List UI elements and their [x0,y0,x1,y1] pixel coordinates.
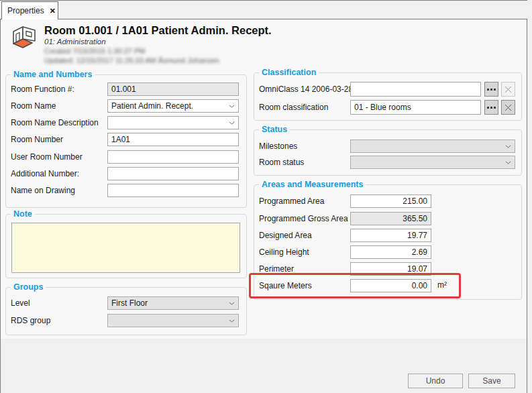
x-icon [504,85,513,94]
room-number-label: Room Number [11,135,63,144]
designed-area-input[interactable] [350,229,431,242]
room-name-value: Patient Admin. Recept. [111,101,193,111]
room-function-label: Room Function #: [11,85,74,94]
perimeter-input[interactable] [350,262,431,276]
tabbar-bottom-border [0,19,527,19]
level-combobox[interactable]: First Floor [107,296,239,310]
omniclass-browse-button[interactable] [484,82,498,97]
group-title-name-and-numbers: Name and Numbers [11,70,95,79]
ceiling-height-input[interactable] [350,245,431,259]
chevron-down-icon [229,302,235,305]
omniclass-clear-button[interactable] [501,82,515,97]
group-title-areas: Areas and Measurements [259,180,366,189]
room-status-label: Room status [259,158,304,167]
chevron-down-icon [505,161,511,164]
room-name-combobox[interactable]: Patient Admin. Recept. [107,99,239,113]
level-value: First Floor [111,298,148,308]
room-name-description-label: Room Name Description [11,118,99,127]
user-room-number-label: User Room Number [11,152,83,162]
omniclass-label: OmniClass 14 2006-03-28 [259,85,353,94]
tab-label: Properties [7,6,44,15]
save-button[interactable]: Save [468,374,515,388]
tab-properties[interactable]: Properties ✕ [1,1,58,19]
room-classification-clear-button[interactable] [501,100,515,115]
properties-window: Properties ✕ Room 01.001 / 1A01 Patient … [0,0,532,393]
chevron-down-icon [505,145,511,148]
undo-button[interactable]: Undo [408,374,463,388]
updated-line-redacted: Updated: 12/15/2017 11:26:33 AM Åsmund J… [44,56,219,64]
rds-group-label: RDS group [11,316,50,325]
room-number-input[interactable] [107,133,239,146]
room-function-input[interactable] [107,82,239,96]
close-icon[interactable]: ✕ [50,7,56,15]
perimeter-label: Perimeter [259,264,294,274]
programmed-gross-area-input[interactable] [350,212,431,225]
square-meters-unit: m² [437,280,447,290]
room-icon [11,25,38,53]
group-title-note: Note [11,209,35,219]
level-label: Level [11,298,30,308]
chevron-down-icon [229,105,235,108]
omniclass-input[interactable] [350,82,481,97]
ellipsis-icon [487,107,496,109]
window-top-border [0,0,527,1]
page-title: Room 01.001 / 1A01 Patient Admin. Recept… [44,24,272,37]
programmed-area-label: Programmed Area [259,196,324,206]
room-classification-browse-button[interactable] [484,100,498,115]
rds-group-combobox[interactable] [107,314,239,327]
ellipsis-icon [487,89,496,91]
programmed-area-input[interactable] [350,194,431,208]
square-meters-input[interactable] [350,279,431,292]
page-subtitle: 01: Administration [44,38,106,46]
note-textarea[interactable] [11,223,240,273]
group-groups [5,287,247,335]
square-meters-label: Sqaure Meters [259,281,312,290]
room-name-description-combobox[interactable] [107,116,239,129]
user-room-number-input[interactable] [107,150,239,164]
created-line-redacted: Created 7/15/2015 1:30:27 PM [44,47,145,55]
x-icon [504,103,513,112]
ceiling-height-label: Ceiling Height [259,247,309,257]
additional-number-input[interactable] [107,167,239,180]
group-title-classification: Classification [259,68,319,77]
room-name-label: Room Name [11,101,56,111]
name-on-drawing-label: Name on Drawing [11,186,75,195]
name-on-drawing-input[interactable] [107,184,239,197]
group-title-status: Status [259,125,290,134]
milestones-combobox[interactable] [350,139,515,153]
programmed-gross-area-label: Programmed Gross Area [259,214,348,223]
room-classification-label: Room classification [259,103,328,112]
additional-number-label: Additional Number: [11,169,79,178]
group-title-groups: Groups [11,282,46,292]
chevron-down-icon [229,319,235,323]
milestones-label: Milestones [259,142,297,151]
chevron-down-icon [229,121,235,125]
designed-area-label: Designed Area [259,231,312,240]
room-status-combobox[interactable] [350,156,515,169]
room-classification-input[interactable] [350,100,481,115]
